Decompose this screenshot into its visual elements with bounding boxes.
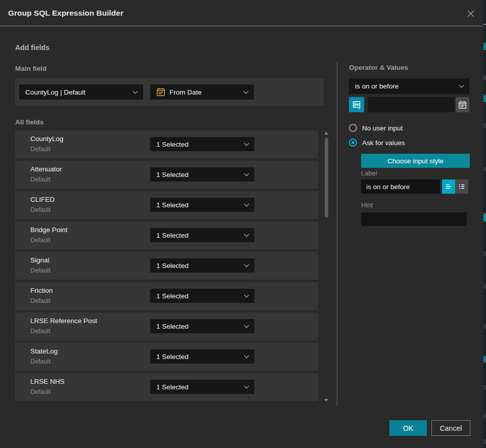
input-style-toggle-group: [442, 180, 468, 194]
field-row: LRSE Reference Post Default 1 Selected: [15, 312, 318, 340]
field-subtitle: Default: [30, 206, 51, 213]
hint-input[interactable]: [361, 212, 467, 226]
main-layer-dropdown[interactable]: CountyLog | Default: [19, 84, 143, 100]
field-subtitle: Default: [30, 267, 51, 274]
operator-dropdown[interactable]: is on or before: [349, 78, 469, 94]
chevron-down-icon: [244, 353, 249, 358]
calendar-icon: [458, 101, 467, 109]
list-icon: [458, 183, 466, 191]
field-name: Friction: [30, 287, 53, 294]
operator-dropdown-label: is on or before: [355, 82, 460, 90]
radio-icon: [349, 139, 357, 147]
field-selected-dropdown[interactable]: 1 Selected: [150, 167, 254, 182]
main-layer-dropdown-label: CountyLog | Default: [25, 88, 134, 96]
radio-ask-for-values-label: Ask for values: [362, 139, 405, 147]
field-subtitle: Default: [30, 328, 51, 335]
field-selected-dropdown-label: 1 Selected: [156, 262, 245, 270]
radio-icon: [349, 124, 357, 132]
dialog-title: Group SQL Expression Builder: [8, 0, 123, 26]
field-selected-dropdown[interactable]: 1 Selected: [150, 258, 254, 273]
field-selected-dropdown[interactable]: 1 Selected: [150, 289, 254, 303]
field-selected-dropdown-label: 1 Selected: [156, 171, 245, 178]
field-row: CLIFED Default 1 Selected: [15, 191, 318, 219]
field-selected-dropdown-label: 1 Selected: [156, 232, 245, 239]
align-left-icon: [445, 183, 453, 191]
chevron-down-icon: [244, 292, 249, 297]
value-type-toggle-button[interactable]: [349, 97, 364, 112]
main-date-field-dropdown[interactable]: From Date: [150, 84, 254, 100]
field-name: StateLog: [30, 347, 58, 355]
chevron-down-icon: [244, 323, 249, 328]
all-fields-scrollbar[interactable]: [324, 130, 329, 405]
field-row: LRSE NHS Default 1 Selected: [15, 373, 318, 401]
main-field-heading: Main field: [15, 65, 47, 72]
main-field-row: CountyLog | Default From Date: [15, 78, 324, 106]
field-selected-dropdown[interactable]: 1 Selected: [150, 349, 254, 364]
field-subtitle: Default: [30, 388, 51, 395]
chevron-down-icon: [244, 201, 249, 206]
background-app-edge: [483, 0, 486, 448]
chevron-down-icon: [244, 262, 249, 267]
field-row: StateLog Default 1 Selected: [15, 343, 318, 371]
chevron-down-icon: [244, 232, 249, 237]
field-selected-dropdown-label: 1 Selected: [156, 323, 245, 330]
chevron-down-icon: [244, 88, 249, 94]
scroll-down-icon[interactable]: [324, 399, 328, 401]
field-name: LRSE Reference Post: [30, 317, 97, 325]
value-type-icon: [351, 100, 362, 110]
chevron-down-icon: [244, 171, 249, 176]
radio-no-user-input[interactable]: No user input: [349, 124, 403, 132]
field-selected-dropdown-label: 1 Selected: [156, 292, 245, 300]
field-subtitle: Default: [30, 358, 51, 365]
field-selected-dropdown[interactable]: 1 Selected: [150, 137, 254, 151]
field-name: CLIFED: [30, 196, 55, 203]
field-name: Attenuator: [30, 165, 62, 173]
screen: Group SQL Expression Builder Add fields …: [0, 0, 486, 448]
group-sql-expression-builder-dialog: Group SQL Expression Builder Add fields …: [0, 0, 483, 448]
all-fields-heading: All fields: [15, 118, 43, 126]
hint-caption: Hint: [361, 201, 373, 209]
close-icon: [466, 9, 475, 18]
chevron-down-icon: [459, 83, 464, 88]
label-caption: Label: [361, 169, 377, 177]
field-subtitle: Default: [30, 237, 51, 244]
date-picker-button[interactable]: [456, 97, 469, 112]
add-fields-heading: Add fields: [15, 43, 50, 52]
dialog-titlebar: Group SQL Expression Builder: [0, 0, 483, 26]
scrollbar-thumb[interactable]: [325, 138, 328, 217]
radio-no-user-input-label: No user input: [362, 124, 403, 132]
value-input[interactable]: [368, 97, 455, 112]
list-style-button[interactable]: [455, 180, 468, 194]
field-selected-dropdown[interactable]: 1 Selected: [150, 198, 254, 212]
cancel-button[interactable]: Cancel: [431, 420, 470, 436]
choose-input-style-button[interactable]: Choose input style: [361, 154, 470, 168]
field-selected-dropdown[interactable]: 1 Selected: [150, 228, 254, 242]
field-subtitle: Default: [30, 176, 51, 183]
operator-values-heading: Operator & Values: [349, 64, 408, 71]
close-button[interactable]: [464, 7, 477, 20]
chevron-down-icon: [244, 383, 249, 388]
field-name: CountyLog: [30, 135, 63, 143]
field-selected-dropdown-label: 1 Selected: [156, 141, 245, 148]
field-name: Bridge Point: [30, 226, 68, 234]
field-name: Signal: [30, 256, 50, 264]
field-subtitle: Default: [30, 146, 51, 153]
field-row: Friction Default 1 Selected: [15, 282, 318, 310]
field-selected-dropdown-label: 1 Selected: [156, 383, 245, 391]
all-fields-list: CountyLog Default 1 Selected Attenuator …: [15, 130, 318, 404]
field-row: Signal Default 1 Selected: [15, 252, 318, 280]
field-selected-dropdown[interactable]: 1 Selected: [150, 319, 254, 333]
panel-divider: [337, 62, 337, 406]
field-selected-dropdown-label: 1 Selected: [156, 201, 245, 209]
ok-button[interactable]: OK: [389, 420, 427, 436]
calendar-icon: [156, 87, 165, 97]
chevron-down-icon: [133, 88, 138, 94]
single-line-style-button[interactable]: [442, 180, 455, 194]
value-row: [349, 97, 469, 112]
scroll-up-icon[interactable]: [324, 132, 328, 135]
radio-ask-for-values[interactable]: Ask for values: [349, 139, 405, 147]
field-subtitle: Default: [30, 297, 51, 304]
field-row: Attenuator Default 1 Selected: [15, 161, 318, 189]
field-selected-dropdown[interactable]: 1 Selected: [150, 380, 254, 394]
label-input[interactable]: [361, 180, 440, 194]
